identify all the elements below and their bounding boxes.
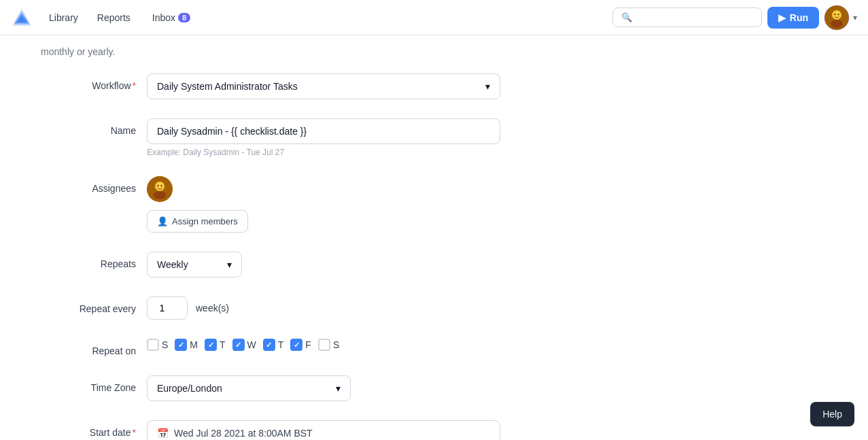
repeat-on-label: Repeat on: [41, 339, 136, 356]
day-label-w: W: [247, 339, 256, 350]
help-button[interactable]: Help: [810, 402, 854, 426]
repeat-every-unit: week(s): [196, 303, 229, 314]
day-checkbox-t1[interactable]: [205, 339, 217, 351]
repeat-on-row: Repeat on S M T: [41, 339, 707, 356]
start-date-row: Start date* 📅 Wed Jul 28 2021 at 8:00AM …: [41, 420, 707, 440]
nav-inbox[interactable]: Inbox 8: [144, 8, 198, 27]
start-date-value: Wed Jul 28 2021 at 8:00AM BST: [174, 428, 313, 439]
day-item-t2: T: [263, 339, 284, 351]
day-item-s1: S: [147, 339, 168, 351]
repeat-every-row: Repeat every week(s): [41, 297, 707, 320]
workflow-value: Daily System Administrator Tasks: [157, 81, 298, 92]
name-input[interactable]: [147, 118, 500, 144]
name-hint: Example: Daily Sysadmin - Tue Jul 27: [147, 148, 500, 157]
repeat-every-label: Repeat every: [41, 297, 136, 314]
svg-point-8: [837, 13, 839, 15]
day-checkbox-f[interactable]: [290, 339, 302, 351]
day-label-s1: S: [162, 339, 168, 350]
start-date-label: Start date*: [41, 420, 136, 438]
day-checkbox-w[interactable]: [232, 339, 245, 351]
svg-point-7: [834, 13, 835, 15]
start-date-picker[interactable]: 📅 Wed Jul 28 2021 at 8:00AM BST: [147, 420, 500, 440]
svg-point-9: [831, 20, 843, 28]
topnav: Library Reports Inbox 8 🔍 ▶ Run ▾: [0, 0, 868, 35]
run-button[interactable]: ▶ Run: [767, 7, 819, 29]
repeats-dropdown[interactable]: Weekly ▾: [147, 252, 242, 277]
day-checkbox-s2[interactable]: [318, 339, 330, 351]
assignees-row: Assignees 👤: [41, 176, 707, 233]
day-label-s2: S: [333, 339, 339, 350]
inbox-count-badge: 8: [178, 13, 190, 22]
workflow-label: Workflow*: [41, 73, 136, 91]
svg-point-15: [154, 191, 166, 199]
assignees-list: [147, 176, 500, 202]
timezone-dropdown[interactable]: Europe/London ▾: [147, 375, 351, 401]
name-row: Name Example: Daily Sysadmin - Tue Jul 2…: [41, 118, 707, 157]
scroll-hint: monthly or yearly.: [41, 35, 707, 73]
day-checkbox-t2[interactable]: [263, 339, 275, 351]
timezone-chevron-icon: ▾: [336, 383, 341, 394]
timezone-value: Europe/London: [157, 383, 222, 394]
inbox-label: Inbox: [152, 12, 175, 23]
nav-library[interactable]: Library: [44, 8, 84, 27]
repeats-label: Repeats: [41, 252, 136, 269]
repeat-every-input[interactable]: [147, 297, 188, 320]
workflow-chevron-icon: ▾: [485, 81, 490, 92]
day-item-t1: T: [205, 339, 226, 351]
day-label-m: M: [190, 339, 198, 350]
avatar-chevron[interactable]: ▾: [853, 13, 857, 22]
run-icon: ▶: [778, 12, 786, 23]
avatar[interactable]: [824, 5, 849, 30]
repeat-on-days: S M T W: [147, 339, 500, 351]
day-item-f: F: [290, 339, 311, 351]
app-logo[interactable]: [11, 7, 33, 29]
main-content: monthly or yearly. Workflow* Daily Syste…: [0, 35, 748, 440]
person-icon: 👤: [157, 216, 168, 226]
repeats-row: Repeats Weekly ▾: [41, 252, 707, 277]
day-checkbox-m[interactable]: [175, 339, 187, 351]
nav-reports[interactable]: Reports: [89, 8, 139, 27]
assignee-avatar[interactable]: [147, 176, 173, 202]
repeats-value: Weekly: [157, 259, 188, 270]
calendar-icon: 📅: [157, 428, 169, 439]
search-icon: 🔍: [621, 12, 632, 22]
timezone-label: Time Zone: [41, 375, 136, 393]
workflow-row: Workflow* Daily System Administrator Tas…: [41, 73, 707, 99]
repeats-chevron-icon: ▾: [227, 259, 232, 270]
svg-point-14: [160, 185, 162, 187]
day-item-m: M: [175, 339, 198, 351]
search-bar[interactable]: 🔍: [612, 7, 762, 27]
workflow-dropdown[interactable]: Daily System Administrator Tasks ▾: [147, 73, 500, 99]
day-item-w: W: [232, 339, 256, 351]
day-label-t1: T: [220, 339, 226, 350]
day-label-t2: T: [278, 339, 284, 350]
day-checkbox-s1[interactable]: [147, 339, 159, 351]
name-label: Name: [41, 118, 136, 136]
assignees-label: Assignees: [41, 176, 136, 194]
assign-members-button[interactable]: 👤 Assign members: [147, 210, 248, 233]
timezone-row: Time Zone Europe/London ▾: [41, 375, 707, 401]
day-label-f: F: [305, 339, 311, 350]
day-item-s2: S: [318, 339, 339, 351]
svg-point-13: [157, 185, 158, 187]
